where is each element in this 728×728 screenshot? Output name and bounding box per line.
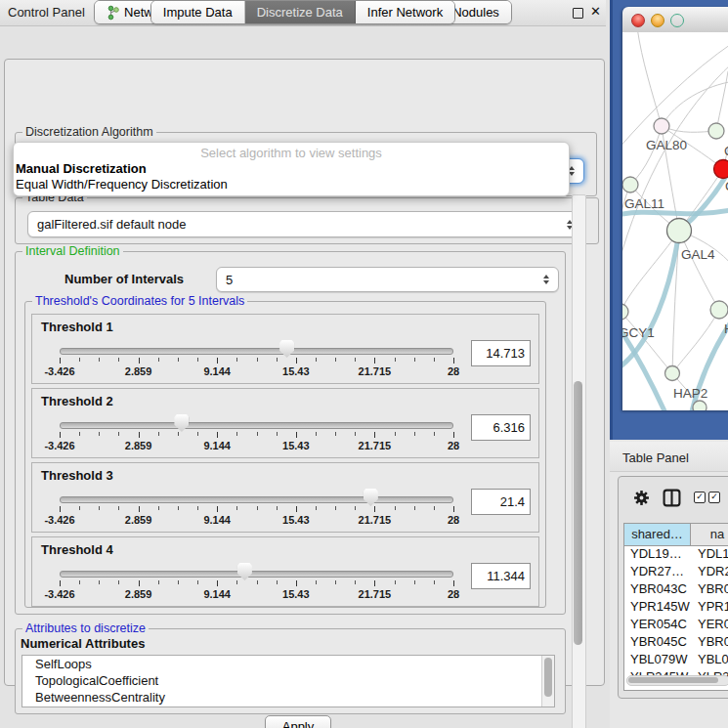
node[interactable] [693,401,707,410]
tick-label: 2.859 [125,588,152,600]
network-view-window: GAL80 G C GAL11 GAL4 GCY1 H HAP2 [622,7,728,410]
tick-label: 2.859 [125,514,152,526]
threshold-slider[interactable]: -3.4262.8599.14415.4321.71528 [60,563,453,604]
node-gcy1[interactable] [622,304,628,320]
apply-button[interactable]: Apply [265,715,331,728]
group-title: Attributes to discretize [22,621,149,635]
slider-track[interactable] [60,348,453,355]
table-data-combobox[interactable]: galFiltered.sif default node [27,211,582,237]
cell-shared-name: YBR045C [624,634,691,652]
threshold-value-field[interactable]: 11.344 [471,563,531,589]
scrollbar-thumb[interactable] [544,658,552,697]
numerical-attributes-label: Numerical Attributes [21,636,145,651]
threshold-value-field[interactable]: 6.316 [471,414,531,441]
node-label-partial: H [724,321,728,336]
table-row[interactable]: YBR045CYBR0 [624,634,728,652]
node-gal4[interactable] [667,219,692,243]
slider-thumb[interactable] [279,340,294,358]
threshold-value-field[interactable]: 14.713 [471,340,531,366]
network-window-titlebar[interactable] [622,7,728,33]
tick-label: -3.426 [44,588,74,600]
network-canvas[interactable]: GAL80 G C GAL11 GAL4 GCY1 H HAP2 [622,32,728,410]
tick-label: 9.144 [203,588,231,600]
tick-label: -3.426 [44,365,74,377]
tab-impute-data[interactable]: Impute Data [151,1,245,23]
slider-tick-labels: -3.4262.8599.14415.4321.71528 [60,588,453,600]
tab-label: Discretize Data [257,5,343,20]
popup-item-equal-width-frequency[interactable]: Equal Width/Frequency Discretization [16,177,228,192]
slider-track[interactable] [60,571,453,578]
attribute-list-item[interactable]: TopologicalCoefficient [22,672,554,689]
checkbox-icon[interactable]: ✓ [708,492,720,503]
tick-label: 2.859 [125,440,152,451]
table-row[interactable]: YER054CYER0 [624,617,728,634]
cyni-toolbox-pane: Discretization Algorithm Select algorith… [4,59,605,686]
table-row[interactable]: YBL079WYBL0 [624,652,728,669]
slider-tick-labels: -3.4262.8599.14415.4321.71528 [60,365,453,377]
checkbox-icon[interactable]: ✓ [694,492,706,503]
threshold-slider[interactable]: -3.4262.8599.14415.4321.71528 [60,340,453,381]
node-gal80[interactable] [654,118,669,134]
node-label-gal4: GAL4 [681,247,715,262]
settings-vertical-scrollbar[interactable] [572,194,586,728]
column-header-name[interactable]: na [691,524,728,545]
cell-name: YBR0 [691,634,728,652]
attribute-list-item[interactable]: SelfLoops [22,656,554,672]
table-row[interactable]: YDL19…YDL1 [624,546,728,564]
scrollbar-thumb[interactable] [628,677,718,683]
table-toolbar: ✓ ✓ [619,477,728,518]
threshold-value-field[interactable]: 21.4 [471,489,531,515]
slider-track[interactable] [60,496,453,503]
table-row[interactable]: YPR145WYPR1 [624,599,728,617]
tab-label: Impute Data [163,5,233,20]
bottom-tab-bar: Impute DataDiscretize DataInfer Network [0,0,606,24]
slider-thumb[interactable] [364,489,378,506]
gear-icon[interactable] [633,490,650,506]
cell-shared-name: YDL19… [624,546,691,564]
table-row[interactable]: YBR043CYBR0 [624,581,728,599]
slider-thumb[interactable] [174,414,189,432]
node[interactable] [710,301,728,319]
threshold-slider[interactable]: -3.4262.8599.14415.4321.71528 [60,414,453,455]
number-of-intervals-combobox[interactable]: 5 [216,267,559,292]
slider-thumb[interactable] [237,563,252,580]
popup-hint: Select algorithm to view settings [14,146,569,160]
tick-label: 9.144 [203,514,231,526]
tab-infer-network[interactable]: Infer Network [356,1,454,23]
tick-label: 21.715 [359,588,392,600]
thresholds-coordinates-group: Threshold's Coordinates for 5 Intervals … [24,301,546,608]
node-gal11[interactable] [622,177,638,193]
columns-icon[interactable] [663,489,681,507]
zoom-traffic-light-icon[interactable] [670,14,684,27]
threshold-panel: Threshold 2 -3.4262.8599.14415.4321.7152… [31,388,539,458]
table-row[interactable]: YIL052CYIL0 [624,687,728,690]
algorithm-dropdown-popup: Select algorithm to view settings Manual… [13,142,570,196]
minimize-traffic-light-icon[interactable] [651,14,664,27]
close-traffic-light-icon[interactable] [631,14,645,27]
popup-item-manual-discretization[interactable]: Manual Discretization [16,161,147,176]
tab-discretize-data[interactable]: Discretize Data [245,1,356,23]
node[interactable] [708,123,724,139]
list-vertical-scrollbar[interactable] [541,656,554,707]
table-panel-titlebar: Table Panel [610,442,728,472]
tick-label: 21.715 [359,440,392,451]
tick-label: -3.426 [44,514,74,526]
scrollbar-thumb[interactable] [574,381,582,645]
node-hap2[interactable] [665,366,680,381]
attributes-to-discretize-group: Attributes to discretize Numerical Attri… [15,628,566,714]
tick-label: 28 [448,440,459,451]
cell-name: YBL0 [691,652,728,669]
node-label-gal11: GAL11 [624,196,664,211]
threshold-label: Threshold 2 [41,394,113,408]
column-header-shared-name[interactable]: shared… [624,524,691,545]
attribute-list-item[interactable]: BetweennessCentrality [22,689,554,706]
group-title: Threshold's Coordinates for 5 Intervals [32,294,247,308]
table-row[interactable]: YDR27…YDR2 [624,564,728,581]
slider-track[interactable] [60,422,453,429]
node-selected-red[interactable] [714,160,728,179]
cell-shared-name: YPR145W [624,599,691,617]
node-attribute-table: shared… na YDL19…YDL1YDR27…YDR2YBR043CYB… [623,523,728,691]
table-horizontal-scrollbar[interactable] [626,675,728,686]
threshold-slider[interactable]: -3.4262.8599.14415.4321.71528 [60,489,453,530]
interval-definition-group: Interval Definition Number of Intervals … [15,251,566,615]
